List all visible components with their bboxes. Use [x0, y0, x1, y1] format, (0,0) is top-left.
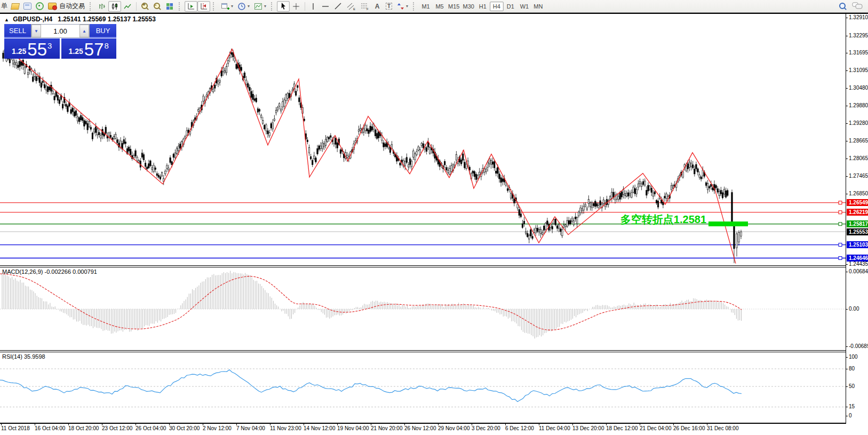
date-label: 26 Nov 12:00 — [404, 425, 436, 431]
macd-pane[interactable] — [0, 267, 846, 350]
time-tick-mark — [438, 424, 439, 425]
toolbar-grip — [213, 2, 217, 11]
date-label: 21 Dec 04:00 — [640, 425, 672, 431]
macd-chart[interactable] — [0, 267, 846, 350]
chat-icon[interactable] — [852, 2, 863, 10]
buy-button[interactable]: BUY — [90, 24, 116, 38]
candlestick-chart-button[interactable] — [108, 1, 121, 12]
price-tick: 1.29280 — [849, 120, 868, 126]
autotrading-button[interactable]: 自动交易 — [46, 1, 87, 12]
signals-button[interactable] — [34, 1, 46, 12]
axis-tick-mark — [846, 141, 848, 141]
svg-text:E: E — [353, 7, 355, 11]
chart-annotation-marker[interactable] — [708, 222, 748, 226]
equidistant-channel-button[interactable]: E — [345, 1, 358, 12]
timeframe-mn[interactable]: MN — [531, 2, 545, 11]
candlestick-icon — [110, 2, 119, 11]
time-tick-mark — [539, 424, 539, 425]
price-tick: 1.31095 — [849, 67, 868, 73]
candlestick-chart[interactable] — [0, 14, 846, 265]
price-tag: 1.24646 — [847, 255, 868, 262]
sell-price-display[interactable]: 1.25 55 3 — [4, 38, 60, 59]
auto-scroll-button[interactable] — [185, 1, 197, 12]
volume-up-button[interactable]: ▲ — [79, 25, 89, 37]
rsi-tick: 100 — [849, 354, 858, 360]
zoom-in-button[interactable]: + — [139, 1, 151, 12]
mt4-window: 单 自动交易 + - — [0, 0, 868, 435]
search-icon[interactable] — [839, 2, 847, 10]
cursor-button[interactable] — [277, 1, 290, 12]
trendline-button[interactable] — [332, 1, 345, 12]
timeframe-m15[interactable]: M15 — [447, 2, 461, 11]
chart-shift-button[interactable] — [197, 1, 210, 12]
volume-down-button[interactable]: ▼ — [31, 25, 41, 37]
toolbar-grip — [413, 2, 417, 11]
time-tick-mark — [337, 424, 338, 425]
pane-separator[interactable] — [0, 350, 868, 352]
timeframe-m30[interactable]: M30 — [461, 2, 475, 11]
tile-windows-button[interactable] — [163, 1, 176, 12]
text-button[interactable]: A — [371, 1, 383, 12]
buy-price-display[interactable]: 1.25 57 8 — [61, 38, 117, 59]
toolbar-grip — [90, 2, 94, 11]
auto-scroll-icon — [187, 2, 195, 11]
date-label: 18 Dec 12:00 — [606, 425, 638, 431]
price-tag: 1.25817 — [847, 220, 868, 227]
vertical-line-button[interactable] — [307, 1, 319, 12]
time-tick-mark — [102, 424, 102, 425]
period-selector-button[interactable]: ▾ — [235, 1, 252, 12]
timeframe-m5[interactable]: M5 — [433, 2, 447, 11]
arrows-button[interactable]: ▾ — [395, 1, 410, 12]
date-label: 6 Dec 12:00 — [505, 425, 534, 431]
line-chart-button[interactable] — [121, 1, 134, 12]
text-label-icon: T — [386, 3, 392, 10]
dropdown-caret-icon[interactable]: ▾ — [231, 4, 233, 9]
dropdown-caret-icon[interactable]: ▾ — [264, 4, 266, 9]
time-tick-mark — [1, 424, 2, 425]
indicator-list-button[interactable]: ▾ — [252, 1, 268, 12]
timeframe-d1[interactable]: D1 — [504, 2, 517, 11]
bar-chart-button[interactable] — [95, 1, 108, 12]
price-chart-pane[interactable] — [0, 14, 846, 265]
notes-button[interactable] — [9, 1, 21, 12]
time-axis-line[interactable] — [0, 423, 846, 424]
text-label-button[interactable]: T — [383, 1, 395, 12]
date-label: 29 Nov 04:00 — [438, 425, 470, 431]
zoom-out-button[interactable]: - — [151, 1, 163, 12]
chart-ohlc: 1.25141 1.25569 1.25137 1.25553 — [58, 15, 156, 23]
axis-tick-mark — [846, 416, 848, 416]
time-tick-mark — [68, 424, 69, 425]
price-tick: 1.26850 — [849, 191, 868, 196]
publish-button[interactable] — [21, 1, 34, 12]
crosshair-button[interactable] — [290, 1, 302, 12]
clock-icon — [237, 2, 246, 11]
timeframe-m1[interactable]: M1 — [419, 2, 433, 11]
timeframe-w1[interactable]: W1 — [517, 2, 531, 11]
horizontal-line-icon — [321, 2, 330, 11]
chart-annotation-text[interactable]: 多空转折点1.2581 — [554, 212, 706, 227]
pane-separator[interactable] — [0, 265, 868, 267]
new-order-button[interactable]: 单 — [1, 2, 9, 11]
toolbar-grip — [179, 2, 183, 11]
dropdown-caret-icon[interactable]: ▾ — [406, 4, 408, 9]
rsi-pane[interactable] — [0, 352, 846, 423]
line-chart-icon — [123, 2, 132, 11]
sell-button[interactable]: SELL — [4, 24, 31, 38]
horizontal-line-button[interactable] — [319, 1, 332, 12]
dropdown-caret-icon[interactable]: ▾ — [248, 4, 250, 9]
macd-label: MACD(12,26,9) -0.002266 0.000791 — [2, 268, 97, 275]
fibonacci-button[interactable]: F — [358, 1, 371, 12]
timeframe-h4[interactable]: H4 — [490, 2, 504, 11]
rsi-chart[interactable] — [0, 352, 846, 423]
date-label: 26 Oct 04:00 — [136, 425, 166, 431]
sell-price-sup: 3 — [47, 41, 52, 50]
timeframe-h1[interactable]: H1 — [476, 2, 490, 11]
toolbar-grip — [271, 2, 275, 11]
one-click-trading-panel: SELL ▼ 1.00 ▲ BUY 1.25 55 3 1.25 57 8 — [4, 24, 116, 59]
new-chart-button[interactable]: ▾ — [219, 1, 235, 12]
collapse-icon[interactable]: ▲ — [4, 17, 9, 22]
axis-tick-mark — [846, 18, 848, 18]
volume-field[interactable]: 1.00 — [41, 25, 79, 37]
price-tag: 1.25553 — [847, 228, 868, 235]
price-axis[interactable]: 1.329101.322951.316951.310951.304801.298… — [846, 14, 868, 424]
